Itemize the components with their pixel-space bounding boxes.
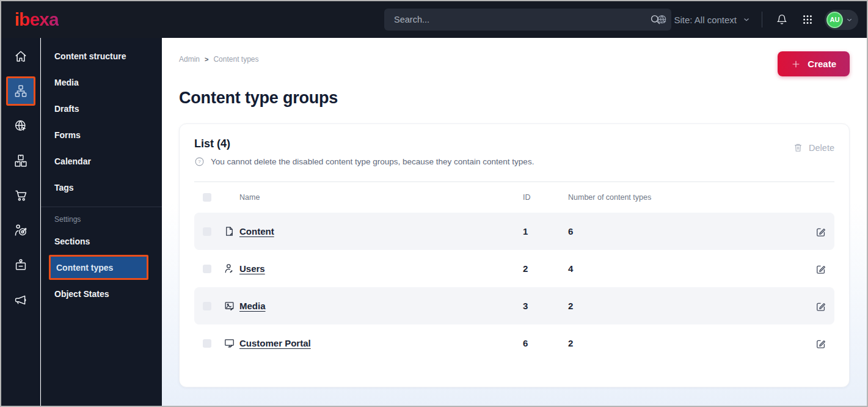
row-checkbox[interactable] [203, 227, 211, 236]
table-row: Users 2 4 [194, 250, 834, 287]
svg-text:?: ? [198, 159, 201, 164]
user-icon [219, 263, 239, 274]
breadcrumb-separator: > [205, 56, 208, 63]
sidebar-item-tags[interactable]: Tags [41, 174, 162, 200]
topbar: ibexa Site: All context [1, 1, 867, 38]
nav-home-icon[interactable] [6, 42, 35, 71]
page-title: Content type groups [179, 89, 850, 108]
table-row: Content 1 6 [194, 213, 834, 250]
delete-button-label: Delete [809, 143, 834, 153]
sidebar-item-sections[interactable]: Sections [41, 228, 162, 254]
nav-site-globe-icon[interactable] [6, 111, 35, 141]
group-link-media[interactable]: Media [239, 301, 266, 311]
ibexa-logo: ibexa [11, 10, 59, 29]
edit-button[interactable] [815, 337, 827, 350]
edit-button[interactable] [815, 226, 827, 238]
breadcrumb-content-types[interactable]: Content types [213, 55, 258, 64]
trash-icon [793, 142, 803, 153]
column-header-name: Name [239, 193, 523, 202]
group-id: 6 [523, 338, 568, 348]
group-count: 4 [568, 263, 808, 274]
plus-icon [791, 59, 801, 69]
breadcrumb-admin[interactable]: Admin [179, 55, 200, 64]
nav-personalization-icon[interactable] [6, 216, 35, 245]
chevron-down-icon [742, 15, 751, 24]
site-context-selector[interactable]: Site: All context [656, 13, 751, 26]
list-info-text: You cannot delete the disabled content t… [211, 157, 534, 166]
nav-product-catalog-icon[interactable] [6, 146, 35, 175]
row-checkbox[interactable] [203, 339, 211, 348]
table-row: Media 3 2 [194, 287, 834, 324]
nav-corporate-badge-icon[interactable] [6, 251, 35, 280]
create-button-label: Create [808, 59, 836, 69]
sidebar-item-object-states[interactable]: Object States [41, 280, 162, 307]
group-count: 6 [568, 226, 808, 237]
help-icon: ? [194, 156, 205, 167]
group-id: 2 [523, 263, 568, 274]
user-menu[interactable]: AU [825, 10, 858, 30]
select-all-checkbox[interactable] [203, 193, 211, 202]
column-header-count: Number of content types [568, 193, 808, 202]
edit-button[interactable] [815, 300, 827, 312]
row-checkbox[interactable] [203, 265, 211, 273]
avatar: AU [826, 12, 843, 28]
monitor-icon [219, 337, 239, 349]
breadcrumb: Admin > Content types [179, 55, 259, 64]
sidebar-item-content-types[interactable]: Content types [49, 255, 148, 280]
search-input[interactable] [394, 15, 647, 24]
group-count: 2 [568, 338, 808, 348]
globe-icon [656, 13, 668, 26]
apps-grid-icon[interactable] [799, 11, 816, 28]
edit-button[interactable] [815, 263, 827, 275]
nav-campaign-megaphone-icon[interactable] [6, 285, 35, 315]
content-file-icon [219, 226, 239, 237]
group-link-customer-portal[interactable]: Customer Portal [239, 338, 311, 348]
group-id: 1 [523, 226, 568, 237]
sidebar-item-calendar[interactable]: Calendar [41, 148, 162, 174]
notifications-bell-icon[interactable] [773, 11, 790, 28]
chevron-down-icon [845, 16, 853, 24]
column-header-id: ID [523, 193, 568, 202]
sidebar-settings-label: Settings [41, 211, 162, 228]
row-checkbox[interactable] [203, 302, 211, 310]
sidebar-menu: Content structure Media Drafts Forms Cal… [41, 38, 162, 406]
sidebar-item-media[interactable]: Media [41, 69, 162, 95]
main-content: Admin > Content types Create Content typ… [162, 38, 867, 406]
group-count: 2 [568, 301, 808, 311]
sidebar-divider [41, 207, 162, 207]
table-header: Name ID Number of content types [194, 182, 834, 213]
sidebar-item-drafts[interactable]: Drafts [41, 95, 162, 122]
group-link-users[interactable]: Users [239, 263, 265, 274]
create-button[interactable]: Create [778, 51, 850, 76]
group-id: 3 [523, 301, 568, 311]
site-context-label: Site: All context [674, 15, 737, 25]
nav-content-sitemap-icon[interactable] [6, 76, 35, 106]
topbar-divider [762, 12, 762, 28]
app-window: ibexa Site: All context [0, 0, 868, 407]
nav-commerce-cart-icon[interactable] [6, 181, 35, 210]
content-type-groups-card: List (4) ? You cannot delete the disable… [179, 123, 850, 387]
sidebar-item-forms[interactable]: Forms [41, 122, 162, 148]
global-search [384, 9, 671, 31]
list-title: List (4) [194, 138, 534, 150]
table-row: Customer Portal 6 2 [194, 324, 834, 362]
delete-button[interactable]: Delete [793, 142, 834, 153]
group-link-content[interactable]: Content [239, 226, 274, 237]
image-icon [219, 300, 239, 312]
topbar-actions: Site: All context [656, 1, 858, 38]
sidebar-item-content-structure[interactable]: Content structure [41, 43, 162, 69]
icon-rail [1, 38, 40, 406]
